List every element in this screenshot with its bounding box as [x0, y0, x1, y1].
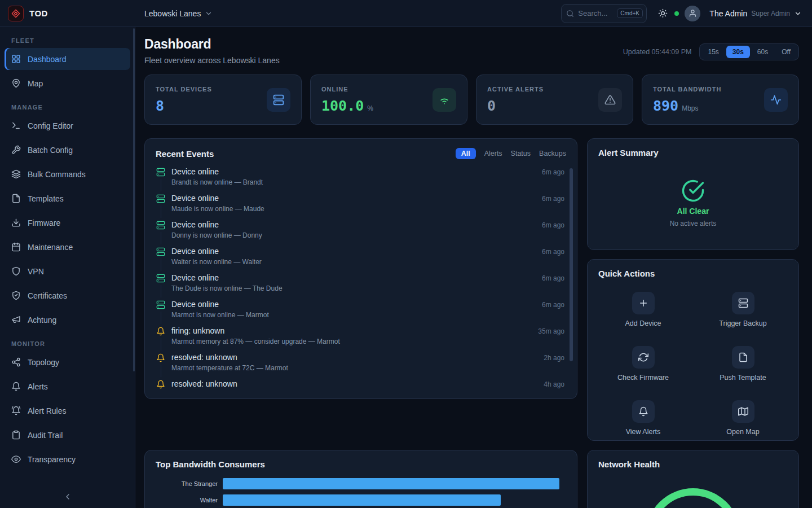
- event-detail: Brandt is now online — Brandt: [171, 178, 564, 186]
- refresh-interval-30s[interactable]: 30s: [726, 46, 750, 58]
- refresh-interval-15s[interactable]: 15s: [701, 46, 725, 58]
- bell-icon: [156, 352, 165, 362]
- sidebar-collapse-button[interactable]: [5, 485, 130, 508]
- sidebar-item-vpn[interactable]: VPN: [5, 260, 130, 282]
- tab-backups[interactable]: Backups: [539, 148, 566, 159]
- event-time: 6m ago: [542, 248, 564, 256]
- stat-card-total-bandwidth: TOTAL BANDWIDTH 890 Mbps: [642, 75, 799, 125]
- user-name: The Admin: [709, 9, 747, 18]
- check-firmware-button[interactable]: Check Firmware: [593, 341, 693, 386]
- shield-icon: [11, 266, 21, 276]
- sidebar-item-audit-trail[interactable]: Audit Trail: [5, 424, 130, 446]
- tab-alerts[interactable]: Alerts: [484, 148, 502, 159]
- sidebar-item-label: Maintenance: [28, 243, 73, 252]
- user-menu[interactable]: The Admin Super Admin: [685, 6, 802, 21]
- event-row: Device online6m agoMaude is now online —…: [156, 192, 564, 219]
- bandwidth-row: Walter: [156, 494, 566, 506]
- sidebar-item-batch-config[interactable]: Batch Config: [5, 139, 130, 161]
- online-status-dot: [674, 11, 679, 16]
- sidebar-item-label: Dashboard: [28, 55, 67, 64]
- sidebar-item-label: VPN: [28, 267, 44, 276]
- add-device-button[interactable]: Add Device: [593, 287, 693, 332]
- topbar: TOD Lebowski Lanes Cmd+K The Admin Super…: [0, 0, 812, 27]
- network-health-card: Network Health: [587, 450, 799, 508]
- bell-ring-icon: [11, 406, 21, 415]
- stat-label: TOTAL DEVICES: [156, 86, 212, 93]
- push-template-button[interactable]: Push Template: [693, 341, 793, 386]
- bandwidth-device-label: Walter: [156, 497, 218, 503]
- stat-suffix: %: [367, 104, 373, 112]
- sidebar-item-bulk-commands[interactable]: Bulk Commands: [5, 163, 130, 185]
- event-title: Device online: [171, 273, 219, 282]
- network-health-ring: [646, 488, 740, 508]
- sidebar-item-transparency[interactable]: Transparency: [5, 448, 130, 470]
- terminal-icon: [11, 121, 21, 130]
- alert-triangle-icon: [598, 88, 622, 112]
- event-time: 6m ago: [542, 301, 564, 309]
- server-icon: [156, 272, 165, 283]
- network-icon: [11, 357, 21, 367]
- sidebar-item-maintenance[interactable]: Maintenance: [5, 236, 130, 258]
- sidebar-item-certificates[interactable]: Certificates: [5, 284, 130, 306]
- sidebar-item-alert-rules[interactable]: Alert Rules: [5, 400, 130, 422]
- open-map-button[interactable]: Open Map: [693, 396, 793, 440]
- sidebar-item-topology[interactable]: Topology: [5, 351, 130, 373]
- view-alerts-button[interactable]: View Alerts: [593, 396, 693, 440]
- quick-actions-title: Quick Actions: [598, 269, 655, 278]
- check-circle-icon: [681, 179, 705, 203]
- sidebar-section-monitor: MONITOR: [11, 340, 123, 347]
- sidebar-item-label: Batch Config: [28, 146, 73, 155]
- sidebar-item-label: Alert Rules: [28, 406, 66, 415]
- calendar-icon: [11, 242, 21, 252]
- eye-icon: [11, 454, 21, 464]
- refresh-interval-off[interactable]: Off: [775, 46, 797, 58]
- bell-icon: [156, 325, 165, 336]
- sidebar-item-map[interactable]: Map: [5, 72, 130, 94]
- event-detail: Marmot memory at 87% — consider upgrade …: [171, 338, 564, 345]
- alert-summary-card: Alert Summary All Clear No active alerts: [587, 138, 799, 250]
- search-input[interactable]: [578, 9, 613, 17]
- sidebar-item-alerts[interactable]: Alerts: [5, 375, 130, 397]
- file-icon: [732, 346, 754, 369]
- recent-events-title: Recent Events: [156, 149, 214, 159]
- sidebar-item-dashboard[interactable]: Dashboard: [5, 48, 130, 70]
- server-icon: [156, 192, 165, 203]
- sidebar-scrollbar-thumb[interactable]: [133, 28, 135, 371]
- sidebar-item-label: Templates: [28, 194, 64, 203]
- org-selector[interactable]: Lebowski Lanes: [135, 9, 213, 18]
- file-icon: [11, 194, 21, 203]
- refresh-interval-60s[interactable]: 60s: [751, 46, 774, 58]
- stat-card-online: ONLINE 100.0 %: [310, 75, 467, 125]
- sidebar-item-label: Firmware: [28, 218, 60, 227]
- bell-icon: [632, 400, 655, 423]
- tab-all[interactable]: All: [456, 148, 476, 159]
- sidebar-section-manage: MANAGE: [11, 104, 123, 111]
- sidebar-item-config-editor[interactable]: Config Editor: [5, 115, 130, 137]
- quick-actions-card: Quick Actions Add Device Trigger Backup: [587, 259, 799, 441]
- event-detail: Marmot temperature at 72C — Marmot: [171, 364, 564, 372]
- search-box[interactable]: Cmd+K: [561, 4, 647, 23]
- sidebar-item-firmware[interactable]: Firmware: [5, 212, 130, 234]
- trigger-backup-button[interactable]: Trigger Backup: [693, 287, 793, 332]
- event-row: Device online6m agoDonny is now online —…: [156, 219, 564, 246]
- avatar: [685, 6, 700, 21]
- sidebar-item-templates[interactable]: Templates: [5, 187, 130, 209]
- stat-value: 100.0: [321, 98, 364, 114]
- app-logo-icon: [8, 6, 24, 21]
- stat-suffix: Mbps: [682, 104, 698, 112]
- bandwidth-bar: [223, 494, 501, 506]
- tab-status[interactable]: Status: [511, 148, 531, 159]
- sidebar-item-label: Certificates: [28, 291, 67, 300]
- event-list-scrollbar-thumb[interactable]: [570, 168, 573, 361]
- sidebar-item-label: Audit Trail: [28, 431, 63, 440]
- app-logo-area: TOD: [0, 6, 135, 21]
- org-name: Lebowski Lanes: [144, 9, 201, 18]
- stat-label: TOTAL BANDWIDTH: [653, 86, 721, 93]
- layers-icon: [11, 169, 21, 179]
- wifi-icon: [433, 88, 456, 112]
- theme-toggle-button[interactable]: [655, 5, 671, 21]
- event-title: Device online: [171, 167, 219, 176]
- stat-value: 8: [156, 98, 164, 114]
- event-title: Device online: [171, 220, 219, 229]
- sidebar-item-achtung[interactable]: Achtung: [5, 309, 130, 331]
